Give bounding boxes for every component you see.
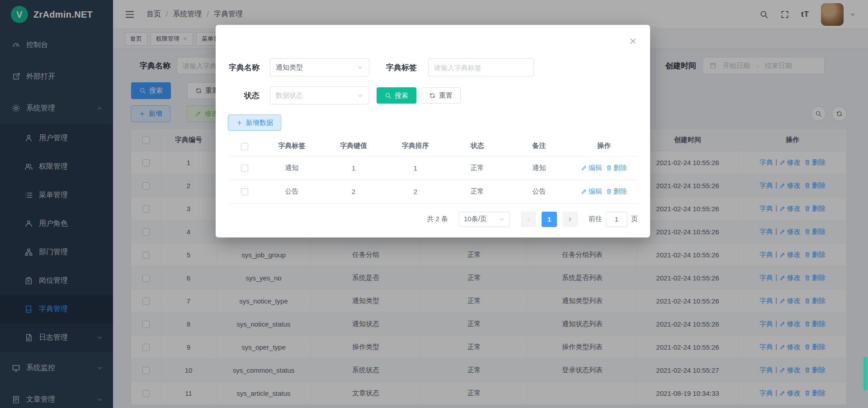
modal-form-row: 状态 数据状态 搜索 重置 (228, 86, 638, 104)
dict-label-cell: 通知 (261, 156, 323, 180)
edit-link[interactable]: 编辑 (581, 187, 602, 196)
trash-icon (606, 188, 612, 195)
dict-name-label: 字典名称 (228, 62, 259, 73)
dict-name-select[interactable]: 通知类型 (270, 58, 369, 76)
dict-value-cell: 1 (323, 156, 385, 180)
select-all-header (228, 136, 261, 156)
row-checkbox[interactable] (241, 188, 248, 195)
modal-table-row: 公告22正常公告编辑删除 (228, 180, 638, 203)
modal-reset-label: 重置 (439, 91, 453, 100)
chevron-down-icon (499, 216, 505, 223)
page-number-button[interactable]: 1 (542, 212, 557, 227)
modal-search-button[interactable]: 搜索 (377, 87, 416, 104)
column-header: 状态 (446, 136, 508, 156)
status-cell: 正常 (446, 180, 508, 203)
pagination-total: 共 2 条 (427, 215, 448, 223)
column-header: 操作 (570, 136, 638, 156)
dict-sort-cell: 1 (385, 156, 447, 180)
edit-icon (581, 188, 587, 195)
checkbox-cell (228, 156, 261, 180)
dict-label-cell: 公告 (261, 180, 323, 203)
row-checkbox[interactable] (241, 165, 248, 172)
column-header: 备注 (508, 136, 570, 156)
status-cell: 正常 (446, 156, 508, 180)
trash-icon (606, 165, 612, 171)
ops-cell: 编辑删除 (570, 156, 638, 180)
add-data-button[interactable]: 新增数据 (228, 114, 281, 131)
column-header: 字典标签 (261, 136, 323, 156)
dict-data-table: 字典标签字典键值字典排序状态备注操作 通知11正常通知编辑删除公告22正常公告编… (228, 136, 638, 204)
status-label: 状态 (228, 90, 259, 101)
prev-page-button[interactable] (521, 212, 536, 227)
pager: 1 (521, 212, 578, 227)
refresh-icon (429, 92, 436, 99)
dict-sort-cell: 2 (385, 180, 447, 203)
next-page-button[interactable] (562, 212, 578, 227)
modal-search-label: 搜索 (395, 91, 408, 100)
modal-table-row: 通知11正常通知编辑删除 (228, 156, 638, 180)
modal-filter-form: 字典名称 通知类型 字典标签 状态 数据状态 搜索 重置 (228, 25, 638, 104)
edit-link[interactable]: 编辑 (581, 164, 602, 172)
column-header: 字典排序 (385, 136, 447, 156)
dict-tag-label: 字典标签 (386, 62, 417, 73)
page-size-select[interactable]: 10条/页 (459, 212, 510, 227)
page-unit-label: 页 (631, 215, 638, 223)
chevron-down-icon (357, 92, 363, 99)
modal-reset-button[interactable]: 重置 (421, 87, 461, 104)
edit-icon (581, 165, 587, 171)
goto-page-input[interactable] (606, 212, 627, 227)
delete-link[interactable]: 删除 (606, 187, 627, 196)
goto-page-group: 前往 页 (589, 212, 638, 227)
goto-label: 前往 (589, 215, 602, 223)
add-data-label: 新增数据 (246, 119, 273, 127)
status-select[interactable]: 数据状态 (270, 86, 369, 104)
column-header: 字典键值 (323, 136, 385, 156)
ops-cell: 编辑删除 (570, 180, 638, 203)
scrollbar-thumb[interactable] (863, 357, 868, 390)
remark-cell: 通知 (508, 156, 570, 180)
pagination: 共 2 条 10条/页 1 前往 页 (228, 212, 638, 227)
close-icon[interactable] (628, 37, 637, 46)
chevron-down-icon (357, 64, 363, 71)
remark-cell: 公告 (508, 180, 570, 203)
dict-name-select-value: 通知类型 (276, 63, 303, 72)
dict-value-cell: 2 (323, 180, 385, 203)
search-icon (385, 92, 392, 99)
checkbox-cell (228, 180, 261, 203)
plus-icon (236, 119, 243, 126)
dict-tag-input[interactable] (428, 58, 534, 76)
page-size-value: 10条/页 (464, 215, 487, 223)
select-all-checkbox[interactable] (241, 143, 248, 150)
dict-data-modal: 字典名称 通知类型 字典标签 状态 数据状态 搜索 重置 (216, 25, 650, 237)
modal-form-row: 字典名称 通知类型 字典标签 (228, 58, 638, 76)
delete-link[interactable]: 删除 (606, 164, 627, 172)
status-select-placeholder: 数据状态 (276, 91, 303, 100)
